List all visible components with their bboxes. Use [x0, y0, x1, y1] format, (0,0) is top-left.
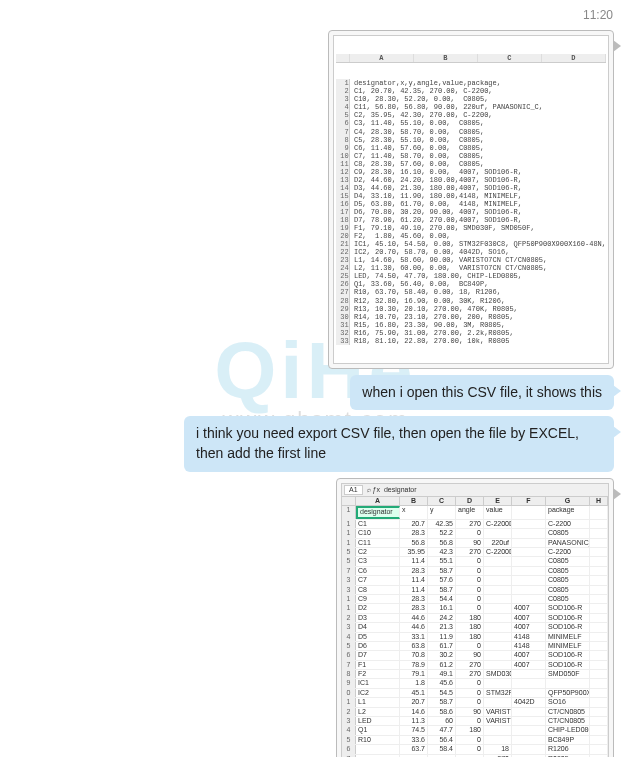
spreadsheet-2: A1 ⌕ ƒx designator ABCDEFGH 1designatorx…	[341, 483, 609, 757]
chat-container: 11:20 ABCD 1 designator,x,y,angle,value,…	[0, 0, 631, 757]
message-row-1: when i open this CSV file, it shows this	[10, 375, 621, 411]
message-row-2: i think you need export CSV file, then o…	[10, 416, 621, 471]
image-bubble-1[interactable]: ABCD 1 designator,x,y,angle,value,packag…	[328, 30, 614, 369]
spreadsheet-1: ABCD 1 designator,x,y,angle,value,packag…	[333, 35, 609, 364]
bubble-caret-icon	[613, 426, 621, 438]
formula-icon: ⌕ ƒx	[367, 486, 380, 494]
message-bubble-2[interactable]: i think you need export CSV file, then o…	[184, 416, 614, 471]
bubble-caret-icon	[613, 40, 621, 52]
bubble-caret-icon	[613, 488, 621, 500]
message-row-image2: A1 ⌕ ƒx designator ABCDEFGH 1designatorx…	[10, 478, 621, 757]
formula-bar: designator	[384, 486, 417, 494]
message-row-image1: ABCD 1 designator,x,y,angle,value,packag…	[10, 30, 621, 369]
bubble-caret-icon	[613, 385, 621, 397]
image-bubble-2[interactable]: A1 ⌕ ƒx designator ABCDEFGH 1designatorx…	[336, 478, 614, 757]
cell-reference-box: A1	[344, 485, 363, 495]
timestamp-top: 11:20	[10, 6, 621, 24]
message-bubble-1[interactable]: when i open this CSV file, it shows this	[350, 375, 614, 411]
